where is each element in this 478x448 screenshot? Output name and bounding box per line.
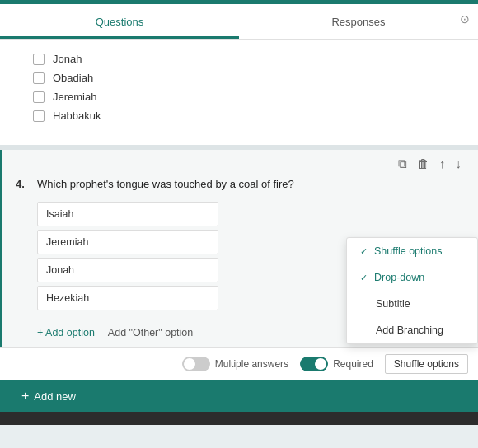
delete-icon[interactable]: 🗑 xyxy=(417,156,429,171)
list-item: Obadiah xyxy=(33,72,445,84)
option-label: Obadiah xyxy=(53,72,93,84)
option-input-2[interactable] xyxy=(37,258,218,282)
multiple-answers-label: Multiple answers xyxy=(215,358,288,370)
add-option-button[interactable]: + Add option xyxy=(37,327,95,338)
required-label: Required xyxy=(333,358,373,370)
question-text: Which prophet's tongue was touched by a … xyxy=(37,178,294,190)
dropdown-item-subtitle[interactable]: Subtitle xyxy=(347,291,477,317)
dropdown-item-label: Shuffle options xyxy=(374,245,442,257)
dropdown-menu: Shuffle options Drop-down Subtitle Add B… xyxy=(346,237,478,344)
plus-icon: + xyxy=(21,389,29,404)
add-new-label: Add new xyxy=(34,390,76,403)
option-input-0[interactable] xyxy=(37,202,218,226)
move-down-icon[interactable]: ↓ xyxy=(456,156,462,171)
dropdown-item-dropdown[interactable]: Drop-down xyxy=(347,264,477,291)
list-item: Jeremiah xyxy=(33,91,445,103)
checkbox-jonah[interactable] xyxy=(33,54,45,65)
required-toggle[interactable] xyxy=(300,357,328,371)
app-container: Questions Responses ⊙ Jonah Obadiah Jere… xyxy=(0,4,478,448)
dropdown-item-branching[interactable]: Add Branching xyxy=(347,317,477,343)
move-up-icon[interactable]: ↑ xyxy=(439,156,446,171)
copy-icon[interactable]: ⧉ xyxy=(398,156,407,171)
option-label: Habbakuk xyxy=(53,110,101,122)
option-label: Jeremiah xyxy=(53,91,96,103)
dropdown-item-shuffle[interactable]: Shuffle options xyxy=(347,238,477,264)
tab-responses[interactable]: Responses xyxy=(239,4,478,39)
checkbox-habbakuk[interactable] xyxy=(33,110,45,122)
dropdown-item-label: Add Branching xyxy=(376,324,443,336)
multiple-answers-toggle[interactable] xyxy=(182,357,210,371)
checkbox-obadiah[interactable] xyxy=(33,72,45,84)
type-button[interactable]: Shuffle options xyxy=(385,354,468,374)
option-label: Jonah xyxy=(53,53,82,65)
card-toolbar: ⧉ 🗑 ↑ ↓ xyxy=(16,150,465,175)
option-input-1[interactable] xyxy=(37,230,218,254)
option-input-3[interactable] xyxy=(37,286,218,310)
add-other-option-button[interactable]: Add "Other" option xyxy=(108,327,193,338)
previous-question-area: Jonah Obadiah Jeremiah Habbakuk xyxy=(0,40,478,145)
settings-icon[interactable]: ⊙ xyxy=(460,12,470,26)
list-item: Habbakuk xyxy=(33,110,445,122)
bottom-bar xyxy=(0,412,478,425)
tabs-area: Questions Responses ⊙ xyxy=(0,4,478,40)
dropdown-item-label: Subtitle xyxy=(376,298,410,310)
list-item: Jonah xyxy=(33,53,445,65)
multiple-answers-toggle-group: Multiple answers xyxy=(182,357,288,371)
card-footer: Multiple answers Required Shuffle option… xyxy=(0,347,478,380)
add-new-bar[interactable]: + Add new xyxy=(0,380,478,412)
tab-questions[interactable]: Questions xyxy=(0,4,239,39)
dropdown-item-label: Drop-down xyxy=(374,272,424,283)
checkbox-jeremiah[interactable] xyxy=(33,91,45,103)
question-number: 4. xyxy=(16,178,30,190)
question-row: 4. Which prophet's tongue was touched by… xyxy=(16,175,465,198)
required-toggle-group: Required xyxy=(300,357,373,371)
